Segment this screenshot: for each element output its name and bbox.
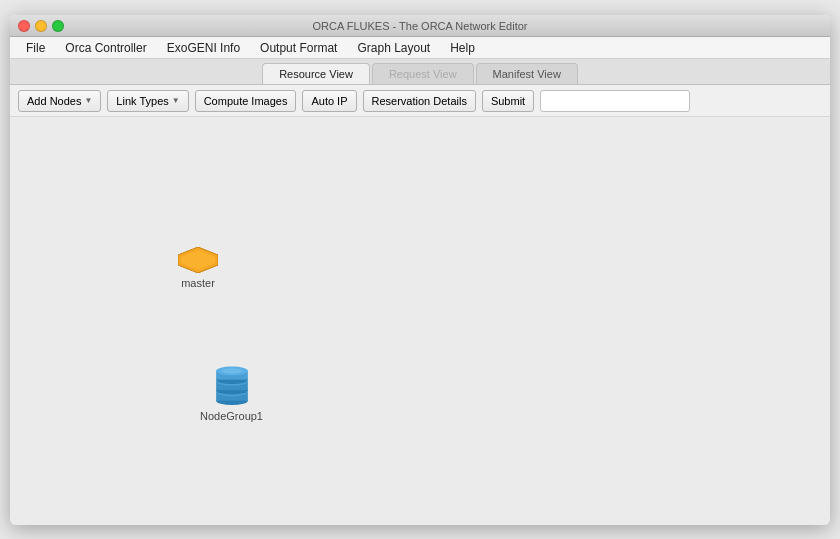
nodegroup1-node[interactable]: NodeGroup1 — [200, 362, 263, 422]
tab-bar: Resource View Request View Manifest View — [10, 59, 830, 85]
tab-request-view: Request View — [372, 63, 474, 84]
canvas-area[interactable]: master NodeGroup1 — [10, 117, 830, 525]
close-button[interactable] — [18, 20, 30, 32]
add-nodes-label: Add Nodes — [27, 95, 81, 107]
submit-button[interactable]: Submit — [482, 90, 534, 112]
add-nodes-dropdown-arrow: ▼ — [84, 96, 92, 105]
menu-help[interactable]: Help — [442, 39, 483, 57]
menu-graph-layout[interactable]: Graph Layout — [349, 39, 438, 57]
menu-file[interactable]: File — [18, 39, 53, 57]
menu-bar: File Orca Controller ExoGENI Info Output… — [10, 37, 830, 59]
menu-exogeni-info[interactable]: ExoGENI Info — [159, 39, 248, 57]
reservation-details-button[interactable]: Reservation Details — [363, 90, 476, 112]
menu-output-format[interactable]: Output Format — [252, 39, 345, 57]
compute-images-label: Compute Images — [204, 95, 288, 107]
master-icon — [178, 247, 218, 273]
auto-ip-button[interactable]: Auto IP — [302, 90, 356, 112]
window-title: ORCA FLUKES - The ORCA Network Editor — [313, 20, 528, 32]
tab-manifest-view[interactable]: Manifest View — [476, 63, 578, 84]
add-nodes-button[interactable]: Add Nodes ▼ — [18, 90, 101, 112]
master-node[interactable]: master — [178, 247, 218, 289]
link-types-button[interactable]: Link Types ▼ — [107, 90, 188, 112]
window-controls — [18, 20, 64, 32]
nodegroup-icon — [213, 362, 251, 406]
link-types-label: Link Types — [116, 95, 168, 107]
menu-orca-controller[interactable]: Orca Controller — [57, 39, 154, 57]
master-label: master — [181, 277, 215, 289]
nodegroup1-label: NodeGroup1 — [200, 410, 263, 422]
minimize-button[interactable] — [35, 20, 47, 32]
link-types-dropdown-arrow: ▼ — [172, 96, 180, 105]
reservation-details-label: Reservation Details — [372, 95, 467, 107]
compute-images-button[interactable]: Compute Images — [195, 90, 297, 112]
auto-ip-label: Auto IP — [311, 95, 347, 107]
maximize-button[interactable] — [52, 20, 64, 32]
title-bar: ORCA FLUKES - The ORCA Network Editor — [10, 15, 830, 37]
main-window: ORCA FLUKES - The ORCA Network Editor Fi… — [10, 15, 830, 525]
submit-label: Submit — [491, 95, 525, 107]
search-input[interactable] — [540, 90, 690, 112]
svg-point-11 — [221, 368, 242, 373]
toolbar: Add Nodes ▼ Link Types ▼ Compute Images … — [10, 85, 830, 117]
tab-resource-view[interactable]: Resource View — [262, 63, 370, 84]
